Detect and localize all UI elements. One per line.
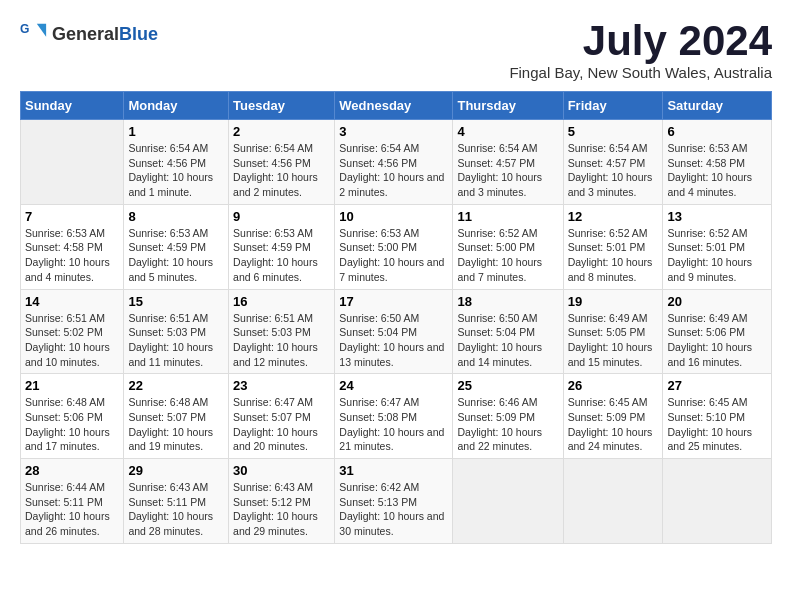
svg-text:G: G [20, 22, 29, 36]
calendar-cell: 21Sunrise: 6:48 AMSunset: 5:06 PMDayligh… [21, 374, 124, 459]
day-info: Sunrise: 6:42 AMSunset: 5:13 PMDaylight:… [339, 480, 448, 539]
calendar-week-row: 7Sunrise: 6:53 AMSunset: 4:58 PMDaylight… [21, 204, 772, 289]
calendar-cell [453, 459, 563, 544]
calendar-cell [663, 459, 772, 544]
calendar-cell: 19Sunrise: 6:49 AMSunset: 5:05 PMDayligh… [563, 289, 663, 374]
day-info: Sunrise: 6:50 AMSunset: 5:04 PMDaylight:… [457, 311, 558, 370]
col-monday: Monday [124, 92, 229, 120]
day-info: Sunrise: 6:47 AMSunset: 5:07 PMDaylight:… [233, 395, 330, 454]
calendar-cell: 30Sunrise: 6:43 AMSunset: 5:12 PMDayligh… [229, 459, 335, 544]
day-number: 10 [339, 209, 448, 224]
calendar-cell: 20Sunrise: 6:49 AMSunset: 5:06 PMDayligh… [663, 289, 772, 374]
page-header: G GeneralBlue July 2024 Fingal Bay, New … [20, 20, 772, 81]
calendar-cell: 26Sunrise: 6:45 AMSunset: 5:09 PMDayligh… [563, 374, 663, 459]
day-info: Sunrise: 6:48 AMSunset: 5:06 PMDaylight:… [25, 395, 119, 454]
day-number: 25 [457, 378, 558, 393]
calendar-cell: 11Sunrise: 6:52 AMSunset: 5:00 PMDayligh… [453, 204, 563, 289]
day-info: Sunrise: 6:45 AMSunset: 5:10 PMDaylight:… [667, 395, 767, 454]
day-number: 30 [233, 463, 330, 478]
day-number: 9 [233, 209, 330, 224]
day-number: 6 [667, 124, 767, 139]
day-info: Sunrise: 6:43 AMSunset: 5:12 PMDaylight:… [233, 480, 330, 539]
day-number: 17 [339, 294, 448, 309]
day-info: Sunrise: 6:50 AMSunset: 5:04 PMDaylight:… [339, 311, 448, 370]
logo-general: General [52, 24, 119, 44]
day-number: 5 [568, 124, 659, 139]
calendar-table: Sunday Monday Tuesday Wednesday Thursday… [20, 91, 772, 544]
col-tuesday: Tuesday [229, 92, 335, 120]
calendar-cell: 16Sunrise: 6:51 AMSunset: 5:03 PMDayligh… [229, 289, 335, 374]
day-number: 16 [233, 294, 330, 309]
day-info: Sunrise: 6:46 AMSunset: 5:09 PMDaylight:… [457, 395, 558, 454]
day-number: 28 [25, 463, 119, 478]
calendar-cell: 9Sunrise: 6:53 AMSunset: 4:59 PMDaylight… [229, 204, 335, 289]
calendar-cell: 23Sunrise: 6:47 AMSunset: 5:07 PMDayligh… [229, 374, 335, 459]
day-info: Sunrise: 6:53 AMSunset: 4:59 PMDaylight:… [233, 226, 330, 285]
calendar-cell: 14Sunrise: 6:51 AMSunset: 5:02 PMDayligh… [21, 289, 124, 374]
day-number: 12 [568, 209, 659, 224]
calendar-location: Fingal Bay, New South Wales, Australia [509, 64, 772, 81]
day-number: 7 [25, 209, 119, 224]
calendar-header-row: Sunday Monday Tuesday Wednesday Thursday… [21, 92, 772, 120]
calendar-cell: 24Sunrise: 6:47 AMSunset: 5:08 PMDayligh… [335, 374, 453, 459]
day-info: Sunrise: 6:49 AMSunset: 5:05 PMDaylight:… [568, 311, 659, 370]
day-info: Sunrise: 6:48 AMSunset: 5:07 PMDaylight:… [128, 395, 224, 454]
calendar-cell: 17Sunrise: 6:50 AMSunset: 5:04 PMDayligh… [335, 289, 453, 374]
col-wednesday: Wednesday [335, 92, 453, 120]
calendar-cell: 5Sunrise: 6:54 AMSunset: 4:57 PMDaylight… [563, 120, 663, 205]
day-info: Sunrise: 6:51 AMSunset: 5:03 PMDaylight:… [128, 311, 224, 370]
day-info: Sunrise: 6:54 AMSunset: 4:56 PMDaylight:… [233, 141, 330, 200]
calendar-cell: 27Sunrise: 6:45 AMSunset: 5:10 PMDayligh… [663, 374, 772, 459]
col-thursday: Thursday [453, 92, 563, 120]
logo: G GeneralBlue [20, 20, 158, 48]
day-info: Sunrise: 6:51 AMSunset: 5:02 PMDaylight:… [25, 311, 119, 370]
day-number: 26 [568, 378, 659, 393]
svg-marker-1 [37, 24, 46, 37]
day-number: 27 [667, 378, 767, 393]
day-number: 18 [457, 294, 558, 309]
col-friday: Friday [563, 92, 663, 120]
day-number: 23 [233, 378, 330, 393]
day-info: Sunrise: 6:53 AMSunset: 4:58 PMDaylight:… [667, 141, 767, 200]
day-number: 21 [25, 378, 119, 393]
logo-icon: G [20, 20, 48, 48]
calendar-cell: 31Sunrise: 6:42 AMSunset: 5:13 PMDayligh… [335, 459, 453, 544]
calendar-cell: 1Sunrise: 6:54 AMSunset: 4:56 PMDaylight… [124, 120, 229, 205]
calendar-cell: 10Sunrise: 6:53 AMSunset: 5:00 PMDayligh… [335, 204, 453, 289]
calendar-cell: 4Sunrise: 6:54 AMSunset: 4:57 PMDaylight… [453, 120, 563, 205]
title-block: July 2024 Fingal Bay, New South Wales, A… [509, 20, 772, 81]
calendar-week-row: 21Sunrise: 6:48 AMSunset: 5:06 PMDayligh… [21, 374, 772, 459]
day-number: 19 [568, 294, 659, 309]
day-info: Sunrise: 6:43 AMSunset: 5:11 PMDaylight:… [128, 480, 224, 539]
calendar-week-row: 28Sunrise: 6:44 AMSunset: 5:11 PMDayligh… [21, 459, 772, 544]
day-number: 31 [339, 463, 448, 478]
calendar-cell: 8Sunrise: 6:53 AMSunset: 4:59 PMDaylight… [124, 204, 229, 289]
day-info: Sunrise: 6:53 AMSunset: 4:58 PMDaylight:… [25, 226, 119, 285]
day-number: 1 [128, 124, 224, 139]
calendar-week-row: 14Sunrise: 6:51 AMSunset: 5:02 PMDayligh… [21, 289, 772, 374]
day-info: Sunrise: 6:45 AMSunset: 5:09 PMDaylight:… [568, 395, 659, 454]
calendar-cell: 13Sunrise: 6:52 AMSunset: 5:01 PMDayligh… [663, 204, 772, 289]
day-number: 2 [233, 124, 330, 139]
day-number: 22 [128, 378, 224, 393]
calendar-cell: 2Sunrise: 6:54 AMSunset: 4:56 PMDaylight… [229, 120, 335, 205]
logo-blue: Blue [119, 24, 158, 44]
calendar-cell [563, 459, 663, 544]
day-info: Sunrise: 6:52 AMSunset: 5:00 PMDaylight:… [457, 226, 558, 285]
calendar-cell: 29Sunrise: 6:43 AMSunset: 5:11 PMDayligh… [124, 459, 229, 544]
calendar-cell: 22Sunrise: 6:48 AMSunset: 5:07 PMDayligh… [124, 374, 229, 459]
day-info: Sunrise: 6:53 AMSunset: 4:59 PMDaylight:… [128, 226, 224, 285]
day-number: 8 [128, 209, 224, 224]
day-info: Sunrise: 6:54 AMSunset: 4:56 PMDaylight:… [339, 141, 448, 200]
day-number: 4 [457, 124, 558, 139]
calendar-cell: 28Sunrise: 6:44 AMSunset: 5:11 PMDayligh… [21, 459, 124, 544]
day-number: 11 [457, 209, 558, 224]
day-info: Sunrise: 6:53 AMSunset: 5:00 PMDaylight:… [339, 226, 448, 285]
day-number: 15 [128, 294, 224, 309]
day-info: Sunrise: 6:54 AMSunset: 4:57 PMDaylight:… [457, 141, 558, 200]
day-number: 24 [339, 378, 448, 393]
calendar-week-row: 1Sunrise: 6:54 AMSunset: 4:56 PMDaylight… [21, 120, 772, 205]
calendar-cell: 12Sunrise: 6:52 AMSunset: 5:01 PMDayligh… [563, 204, 663, 289]
day-number: 20 [667, 294, 767, 309]
day-number: 3 [339, 124, 448, 139]
